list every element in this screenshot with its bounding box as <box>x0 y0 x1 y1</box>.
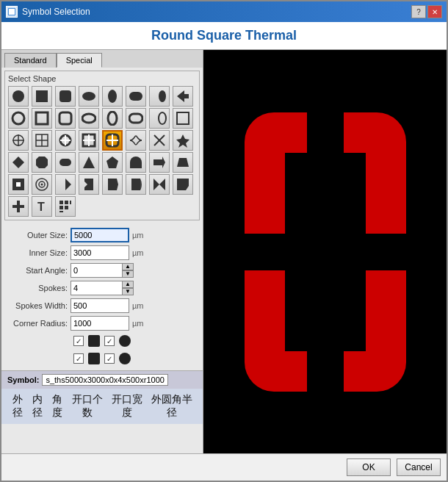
shape-notch-rect[interactable] <box>173 174 193 195</box>
spokes-down[interactable]: ▼ <box>122 288 134 295</box>
chinese-label-3: 开口个数 <box>67 393 106 420</box>
corner-radius-input[interactable] <box>71 316 129 331</box>
shape-ring-square[interactable] <box>32 108 52 129</box>
svg-point-8 <box>159 90 166 102</box>
cb4-item <box>104 353 115 364</box>
spokes-label: Spokes: <box>7 284 68 292</box>
shape-bowtie[interactable] <box>149 174 170 195</box>
shape-d-large[interactable] <box>102 174 123 195</box>
shape-filled-arrow[interactable] <box>173 86 193 107</box>
title-bar: Symbol Selection ? ✕ <box>1 1 447 22</box>
shape-cross-square[interactable] <box>32 130 52 151</box>
shape-d-notch[interactable] <box>79 174 99 195</box>
cb1-icon <box>88 335 100 347</box>
svg-marker-37 <box>36 157 48 168</box>
shape-ring-drop[interactable] <box>149 108 170 129</box>
ok-button[interactable]: OK <box>347 458 391 476</box>
tab-standard[interactable]: Standard <box>4 53 57 68</box>
svg-text:T: T <box>37 201 45 213</box>
close-button[interactable]: ✕ <box>427 5 442 18</box>
shape-filled-rounded-square[interactable] <box>55 86 76 107</box>
shape-half-oval[interactable] <box>126 174 146 195</box>
start-angle-up[interactable]: ▲ <box>122 263 134 270</box>
shape-h-line[interactable] <box>126 130 146 151</box>
shape-target-dot[interactable] <box>32 174 52 195</box>
tab-special[interactable]: Special <box>57 53 102 68</box>
shape-ring-circle[interactable] <box>8 108 29 129</box>
shape-cross-target[interactable] <box>8 130 29 151</box>
outer-size-input[interactable] <box>71 228 129 242</box>
spokes-width-input[interactable] <box>71 298 129 313</box>
shape-ring-rounded-rect[interactable] <box>126 108 146 129</box>
checkbox-3[interactable] <box>73 353 84 364</box>
svg-rect-53 <box>59 201 63 204</box>
shape-cross-diag[interactable] <box>149 130 170 151</box>
shape-filled-drop[interactable] <box>149 86 170 107</box>
shape-special[interactable] <box>173 130 193 151</box>
svg-point-13 <box>82 114 95 123</box>
shape-arrow-right[interactable] <box>149 152 170 173</box>
shape-thermal-circle[interactable] <box>55 130 76 151</box>
shape-thermal-rounded-selected[interactable] <box>102 130 123 151</box>
svg-point-2 <box>12 90 24 102</box>
checkbox-row-1 <box>73 334 197 348</box>
svg-rect-63 <box>307 351 344 392</box>
preview-panel <box>203 50 447 453</box>
spokes-width-label: Spokes Width: <box>7 301 68 310</box>
shape-grid[interactable] <box>55 196 76 217</box>
shape-triangle[interactable] <box>79 152 99 173</box>
svg-rect-58 <box>59 211 63 212</box>
shape-thermal-square[interactable] <box>79 130 99 151</box>
svg-rect-65 <box>366 234 406 270</box>
svg-rect-12 <box>59 112 71 124</box>
chinese-label-5: 外圆角半径 <box>147 393 197 420</box>
svg-point-6 <box>108 90 117 103</box>
outer-size-row: Outer Size: µm <box>7 228 197 242</box>
start-angle-row: Start Angle: ▲ ▼ <box>7 263 197 278</box>
spokes-input[interactable] <box>71 281 122 295</box>
svg-rect-55 <box>70 201 71 204</box>
start-angle-down[interactable]: ▼ <box>122 270 134 278</box>
shape-trapezoid[interactable] <box>173 152 193 173</box>
symbol-bar: Symbol: s_ths5000x3000x0x4x500xr1000 <box>1 370 203 389</box>
shape-oblong[interactable] <box>55 152 76 173</box>
shape-half-circle[interactable] <box>126 152 146 173</box>
shape-filled-circle[interactable] <box>8 86 29 107</box>
checkbox-4[interactable] <box>104 353 115 364</box>
spokes-spinner-btns: ▲ ▼ <box>122 281 134 295</box>
shape-octagon[interactable] <box>32 152 52 173</box>
checkbox-1[interactable] <box>73 336 84 346</box>
shape-filled-rounded-rect[interactable] <box>126 86 146 107</box>
shape-ring-oval-h[interactable] <box>79 108 99 129</box>
title-controls: ? ✕ <box>411 5 442 18</box>
cb2-item <box>104 336 115 346</box>
shape-diamond[interactable] <box>8 152 29 173</box>
shape-ring-oval-v[interactable] <box>102 108 123 129</box>
shape-section: Select Shape <box>4 71 200 220</box>
start-angle-label: Start Angle: <box>7 266 68 275</box>
shape-ring-rounded[interactable] <box>55 108 76 129</box>
cancel-button[interactable]: Cancel <box>397 458 441 476</box>
shape-plus[interactable] <box>8 196 29 217</box>
svg-marker-43 <box>177 158 189 167</box>
help-button[interactable]: ? <box>411 5 426 18</box>
shape-d-shape[interactable] <box>55 174 76 195</box>
inner-size-row: Inner Size: µm <box>7 245 197 260</box>
window-icon <box>6 6 18 18</box>
shape-filled-oval-h[interactable] <box>79 86 99 107</box>
svg-point-10 <box>12 112 24 124</box>
inner-size-input[interactable] <box>71 245 129 260</box>
spokes-up[interactable]: ▲ <box>122 281 134 288</box>
svg-rect-64 <box>245 234 285 270</box>
shape-pentagon[interactable] <box>102 152 123 173</box>
bottom-bar: OK Cancel <box>1 453 447 481</box>
shape-filled-oval-v[interactable] <box>102 86 123 107</box>
start-angle-input[interactable] <box>71 263 122 278</box>
shape-rect-outline[interactable] <box>173 108 193 129</box>
svg-rect-54 <box>65 201 68 204</box>
checkbox-2[interactable] <box>104 336 115 346</box>
shape-filled-square[interactable] <box>32 86 52 107</box>
spokes-row: Spokes: ▲ ▼ <box>7 281 197 295</box>
shape-notch-square[interactable] <box>8 174 29 195</box>
shape-text[interactable]: T <box>32 196 52 217</box>
